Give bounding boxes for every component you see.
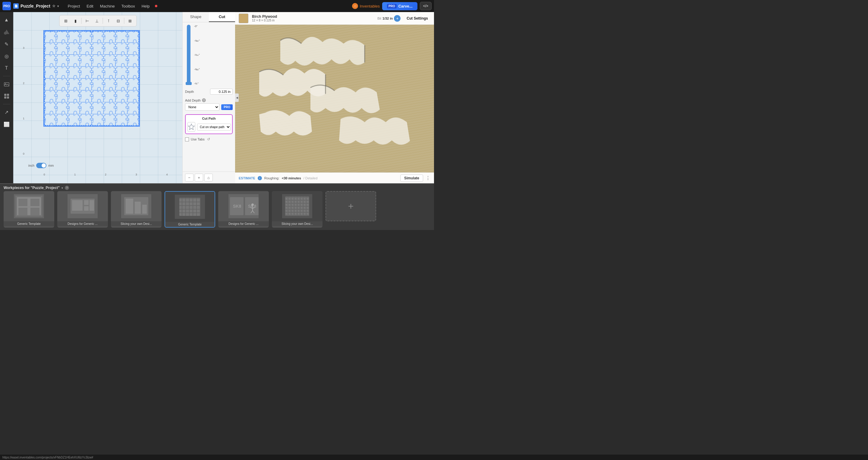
estimate-info-icon[interactable]: i	[258, 176, 262, 180]
cut-path-row: Cut on shape path	[187, 122, 230, 132]
inch-label: inch	[28, 164, 34, 167]
nav-edit[interactable]: Edit	[84, 3, 96, 10]
handle-middle-left[interactable]	[44, 77, 45, 80]
depth-label: Depth	[185, 90, 194, 93]
add-depth-help-icon[interactable]: ?	[202, 98, 206, 102]
svg-rect-36	[179, 198, 200, 216]
workpiece-item[interactable]: SK8 SK8 Designs for Generic ...	[218, 191, 269, 227]
carve-button[interactable]: PRO Carve...	[382, 2, 417, 10]
use-tabs-refresh-icon[interactable]: ↺	[207, 137, 210, 142]
add-depth-pro-button[interactable]: PRO	[221, 104, 233, 110]
workpiece-item[interactable]: Slicing your own Desi...	[272, 191, 322, 227]
svg-rect-6	[4, 96, 6, 98]
project-title: 📄 Puzzle_Project ☆ ▾	[13, 3, 59, 9]
handle-bottom-left[interactable]	[44, 125, 45, 126]
ruler-y: 0123	[23, 30, 29, 171]
depth-ruler-handle[interactable]	[186, 82, 192, 85]
workpiece-label: Slicing your own Desi...	[272, 221, 322, 226]
bit-label: Bit	[377, 17, 381, 20]
workpiece-preview-svg: SK8 SK8	[228, 194, 258, 218]
collapse-preview-left-button[interactable]: ◀	[235, 93, 239, 102]
handle-middle-right[interactable]	[138, 77, 139, 80]
add-workpiece-button[interactable]: +	[326, 191, 376, 221]
align-left-btn[interactable]: ▮	[71, 17, 80, 25]
add-bit-button[interactable]: +	[394, 15, 401, 22]
simulate-button[interactable]: Simulate	[400, 175, 423, 182]
text-tool-button[interactable]: T	[1, 63, 12, 73]
workpieces-header: Workpieces for "Puzzle_Project" ▾ ?	[4, 184, 430, 191]
workpiece-item[interactable]: Designs for Generic ...	[57, 191, 108, 227]
code-button[interactable]: </>	[420, 2, 432, 10]
add-depth-text: Add Depth	[185, 98, 201, 102]
pen-tool-button[interactable]: ✎	[1, 38, 12, 50]
workpieces-title[interactable]: Workpieces for "Puzzle_Project"	[4, 186, 60, 190]
nav-help[interactable]: Help	[138, 3, 153, 10]
ruler-label-1: -¹⁄₃₂"	[194, 39, 233, 42]
svg-rect-4	[4, 94, 6, 96]
workpiece-label: Slicing your own Desi...	[111, 221, 161, 226]
workpieces-list: Generic Template Designs for Generic ...	[4, 191, 430, 229]
circle-tool-button[interactable]: ◎	[1, 51, 12, 61]
select-tool-button[interactable]: ▲	[1, 14, 12, 25]
cut-path-select[interactable]: Cut on shape path	[197, 124, 231, 130]
svg-rect-24	[72, 200, 83, 211]
distribute-v-btn[interactable]: ⊟	[114, 17, 123, 25]
depth-input[interactable]	[210, 89, 233, 95]
workpiece-item[interactable]: Slicing your own Desi...	[111, 191, 161, 227]
nav-project[interactable]: Project	[65, 3, 83, 10]
tab-cut[interactable]: Cut	[209, 12, 235, 22]
use-tabs-checkbox[interactable]	[185, 137, 189, 142]
more-options-button[interactable]: ⋮	[426, 175, 430, 181]
add-depth-select[interactable]: None	[185, 103, 219, 111]
handle-bottom-center[interactable]	[90, 125, 93, 126]
grid-view-btn[interactable]: ⊞	[61, 17, 70, 25]
panel-tabs: Shape Cut	[183, 12, 235, 22]
distribute-h-btn[interactable]: ⊺	[104, 17, 113, 25]
workpiece-item[interactable]: Generic Template	[4, 191, 54, 227]
workpieces-chevron-icon[interactable]: ▾	[61, 186, 63, 190]
svg-marker-11	[188, 124, 194, 130]
zoom-in-button[interactable]: +	[195, 174, 203, 181]
use-tabs-label: Use Tabs	[191, 137, 205, 141]
handle-bottom-right[interactable]	[138, 125, 139, 126]
add-depth-section: Add Depth ? None PRO	[183, 97, 235, 113]
handle-top-center[interactable]	[90, 31, 93, 32]
tab-shape[interactable]: Shape	[183, 12, 209, 22]
cut-settings-button[interactable]: Cut Settings	[404, 15, 430, 22]
flip-btn[interactable]: ⊠	[125, 17, 134, 25]
handle-top-left[interactable]	[44, 31, 45, 32]
estimate-label[interactable]: ESTIMATE	[239, 176, 255, 180]
svg-rect-27	[90, 200, 94, 211]
workpieces-help-icon[interactable]: ?	[65, 186, 69, 190]
favorite-star-icon[interactable]: ☆	[52, 4, 56, 8]
svg-rect-53	[285, 196, 309, 216]
canvas-toolbar-sep1	[81, 18, 82, 24]
image-tool-button[interactable]	[1, 79, 12, 90]
nav-machine[interactable]: Machine	[97, 3, 118, 10]
svg-point-42	[251, 204, 254, 206]
import-tool-button[interactable]: ↗	[1, 107, 12, 118]
zoom-out-button[interactable]: −	[185, 174, 193, 181]
apps-tool-button[interactable]	[1, 91, 12, 101]
svg-text:SK8: SK8	[233, 204, 241, 209]
unit-toggle-switch[interactable]	[36, 163, 46, 168]
svg-rect-32	[142, 205, 147, 214]
inventables-link[interactable]: ⬡ Inventables	[352, 3, 380, 9]
workpiece-item-active[interactable]: Generic Template	[164, 191, 215, 227]
3d-view-button[interactable]: ⬜	[1, 119, 12, 130]
cut-path-section[interactable]: Cut Path Cut on shape path	[185, 114, 233, 134]
align-center-h-btn[interactable]: ⊢	[83, 17, 92, 25]
shape-tool-button[interactable]	[1, 27, 12, 37]
puzzle-element[interactable]	[43, 30, 140, 127]
svg-rect-5	[7, 94, 9, 96]
svg-rect-18	[19, 198, 27, 206]
home-view-button[interactable]: ⌂	[204, 174, 213, 181]
main-nav: Project Edit Machine Toolbox Help	[65, 3, 153, 10]
workpiece-thumb	[272, 191, 322, 221]
depth-ruler-fill	[187, 25, 190, 85]
workpieces-bar: Workpieces for "Puzzle_Project" ▾ ?	[0, 183, 434, 230]
align-center-v-btn[interactable]: ⊥	[92, 17, 101, 25]
project-chevron-icon[interactable]: ▾	[57, 4, 59, 8]
nav-toolbox[interactable]: Toolbox	[119, 3, 138, 10]
handle-top-right[interactable]	[138, 31, 139, 32]
